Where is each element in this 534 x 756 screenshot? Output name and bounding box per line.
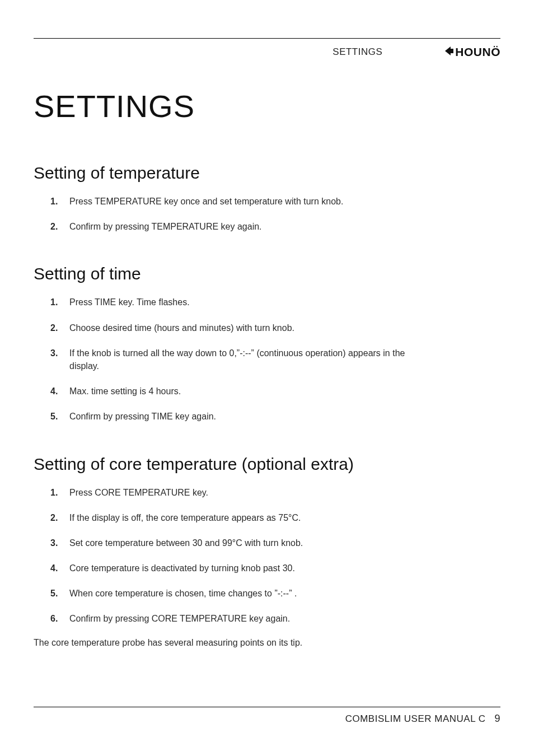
trailing-paragraph: The core temperature probe has several m… [34, 638, 500, 648]
step-number: 4. [50, 385, 69, 398]
step-number: 1. [50, 296, 69, 309]
list-item: 5.When core temperature is chosen, time … [50, 587, 500, 600]
list-item: 2.Choose desired time (hours and minutes… [50, 321, 500, 334]
step-text: If the display is off, the core temperat… [69, 511, 428, 524]
footer-page-number: 9 [494, 713, 500, 725]
step-text: When core temperature is chosen, time ch… [69, 587, 428, 600]
step-text: Max. time setting is 4 hours. [69, 385, 428, 398]
arrow-left-icon [444, 46, 454, 58]
step-text: Press TIME key. Time flashes. [69, 296, 428, 309]
brand-logo: HOUNÖ [444, 45, 500, 59]
step-number: 1. [50, 195, 69, 208]
step-text: If the knob is turned all the way down t… [69, 347, 428, 372]
list-item: 1.Press TIME key. Time flashes. [50, 296, 500, 309]
step-text: Confirm by pressing TIME key again. [69, 410, 428, 423]
section-time: Setting of time 1.Press TIME key. Time f… [34, 264, 500, 423]
header-section-label: SETTINGS [332, 46, 382, 58]
step-text: Choose desired time (hours and minutes) … [69, 321, 428, 334]
list-item: 3.If the knob is turned all the way down… [50, 347, 500, 372]
list-item: 1.Press CORE TEMPERATURE key. [50, 486, 500, 499]
step-text: Press TEMPERATURE key once and set tempe… [69, 195, 428, 208]
step-number: 2. [50, 511, 69, 524]
step-number: 5. [50, 587, 69, 600]
list-item: 4.Core temperature is deactivated by tur… [50, 562, 500, 575]
step-number: 2. [50, 220, 69, 233]
step-number: 3. [50, 347, 69, 360]
section-heading: Setting of time [34, 264, 500, 283]
step-number: 6. [50, 612, 69, 625]
step-number: 4. [50, 562, 69, 575]
step-text: Set core temperature between 30 and 99°C… [69, 536, 428, 549]
list-item: 3.Set core temperature between 30 and 99… [50, 536, 500, 549]
step-number: 5. [50, 410, 69, 423]
step-number: 3. [50, 536, 69, 549]
step-number: 1. [50, 486, 69, 499]
section-heading: Setting of core temperature (optional ex… [34, 455, 500, 474]
step-text: Confirm by pressing CORE TEMPERATURE key… [69, 612, 428, 625]
footer-manual-title: COMBISLIM USER MANUAL C [345, 713, 486, 725]
svg-marker-0 [445, 46, 453, 55]
section-temperature: Setting of temperature 1.Press TEMPERATU… [34, 164, 500, 233]
list-item: 1.Press TEMPERATURE key once and set tem… [50, 195, 500, 208]
list-item: 6.Confirm by pressing CORE TEMPERATURE k… [50, 612, 500, 625]
footer: COMBISLIM USER MANUAL C 9 [34, 707, 500, 725]
section-heading: Setting of temperature [34, 164, 500, 183]
step-text: Press CORE TEMPERATURE key. [69, 486, 428, 499]
header: SETTINGS HOUNÖ [34, 45, 500, 59]
page-title: SETTINGS [34, 88, 500, 124]
step-text: Core temperature is deactivated by turni… [69, 562, 428, 575]
list-item: 4.Max. time setting is 4 hours. [50, 385, 500, 398]
section-core-temperature: Setting of core temperature (optional ex… [34, 455, 500, 648]
list-item: 2.Confirm by pressing TEMPERATURE key ag… [50, 220, 500, 233]
list-item: 5.Confirm by pressing TIME key again. [50, 410, 500, 423]
step-number: 2. [50, 321, 69, 334]
step-text: Confirm by pressing TEMPERATURE key agai… [69, 220, 428, 233]
brand-logo-text: HOUNÖ [455, 45, 500, 59]
top-rule [34, 38, 500, 39]
list-item: 2.If the display is off, the core temper… [50, 511, 500, 524]
